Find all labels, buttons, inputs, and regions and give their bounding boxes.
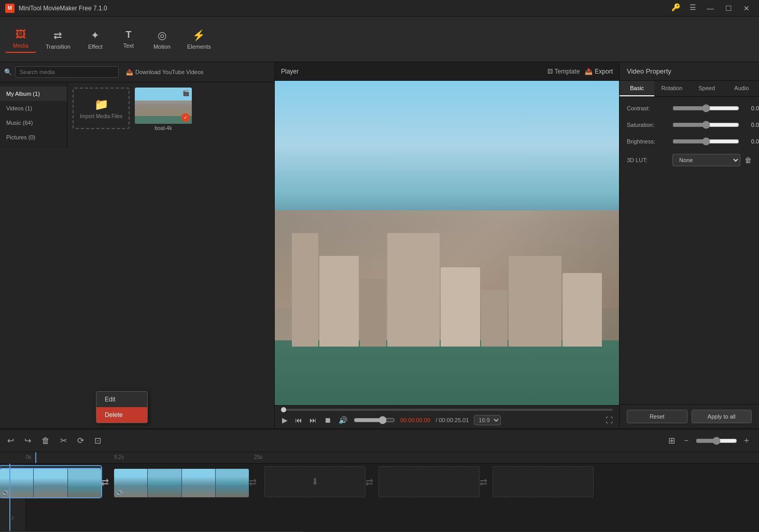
search-input[interactable] — [15, 66, 119, 78]
aspect-ratio-select[interactable]: 16:9 4:3 1:1 9:16 — [474, 415, 501, 425]
media-icon: 🖼 — [16, 28, 26, 40]
delete-timeline-button[interactable]: 🗑 — [39, 434, 52, 448]
titlebar-controls: 🔑 ☰ — ☐ ✕ — [668, 3, 754, 13]
saturation-row: Saturation: 0.0 — [627, 121, 752, 129]
album-item-videos[interactable]: Videos (1) — [0, 101, 67, 116]
template-button[interactable]: ⚄ Template — [547, 68, 580, 75]
player-controls: ▶ ⏮ ⏭ ⏹ 🔊 00:00:00.00 / 00:00:25.01 16:9… — [275, 405, 619, 428]
effect-icon: ✦ — [91, 29, 100, 41]
zoom-slider[interactable] — [696, 437, 737, 445]
prev-frame-button[interactable]: ⏮ — [294, 415, 303, 425]
menu-icon[interactable]: ☰ — [686, 3, 699, 13]
lut-select[interactable]: None — [672, 154, 740, 166]
context-menu-delete[interactable]: Delete — [96, 407, 147, 423]
transition-3[interactable]: ⇄ — [366, 477, 373, 488]
download-youtube-button[interactable]: 📥 Download YouTube Videos — [122, 67, 208, 78]
controls-row: ▶ ⏮ ⏭ ⏹ 🔊 00:00:00.00 / 00:00:25.01 16:9… — [281, 415, 613, 425]
fit-timeline-button[interactable]: ⊞ — [666, 434, 677, 448]
toolbar-text[interactable]: T Text — [113, 26, 144, 52]
buildings-silhouette — [292, 233, 602, 347]
brightness-slider[interactable] — [672, 137, 739, 146]
media-thumb-boat[interactable]: 🎬 ✓ boat-4k — [135, 88, 192, 131]
toolbar-motion[interactable]: ◎ Motion — [146, 26, 178, 53]
detach-audio-button[interactable]: ⟳ — [75, 434, 86, 448]
album-item-music[interactable]: Music (64) — [0, 116, 67, 130]
tab-rotation[interactable]: Rotation — [654, 81, 689, 96]
left-panel-header: 🔍 📥 Download YouTube Videos — [0, 62, 274, 82]
empty-slot-1[interactable]: ⬇ — [264, 466, 366, 497]
zoom-controls: ⊞ － ＋ — [666, 434, 754, 448]
settings-icon[interactable]: 🔑 — [668, 3, 683, 13]
zoom-in-button[interactable]: ＋ — [739, 434, 754, 447]
toolbar-transition[interactable]: ⇄ Transition — [38, 26, 78, 53]
saturation-slider[interactable] — [672, 121, 739, 129]
close-button[interactable]: ✕ — [739, 3, 754, 13]
timeline-playhead[interactable] — [35, 452, 36, 463]
contrast-slider[interactable] — [672, 104, 739, 112]
empty-slot-2[interactable] — [378, 466, 480, 497]
volume-button[interactable]: 🔊 — [338, 415, 348, 425]
export-label: Export — [595, 68, 613, 75]
toolbar-elements[interactable]: ⚡ Elements — [180, 26, 218, 53]
cut-button[interactable]: ✂ — [58, 434, 69, 448]
minimize-button[interactable]: — — [702, 3, 718, 13]
album-item-myalbum[interactable]: My Album (1) — [0, 87, 67, 101]
brightness-value: 0.0 — [743, 138, 759, 145]
crop-button[interactable]: ⊡ — [92, 434, 103, 448]
apply-all-button[interactable]: Apply to all — [692, 410, 752, 423]
time-current: 00:00:00.00 — [400, 417, 430, 423]
timeline-content: 0s 9.2s 25s + ⬜ ♪ — [0, 452, 759, 532]
download-yt-label: Download YouTube Videos — [135, 69, 204, 75]
search-icon: 🔍 — [4, 68, 12, 76]
media-label: Media — [13, 42, 29, 49]
text-icon: T — [125, 30, 131, 40]
undo-button[interactable]: ↩ — [5, 434, 16, 448]
progress-handle[interactable] — [281, 407, 286, 412]
play-button[interactable]: ▶ — [281, 415, 289, 425]
volume-slider[interactable] — [354, 416, 395, 424]
tracks-area: + ⬜ ♪ 🔊 — [0, 464, 759, 531]
transition-4[interactable]: ⇄ — [480, 477, 487, 488]
player-header: Player ⚄ Template 📤 Export — [275, 62, 619, 81]
ruler-mark-9: 9.2s — [114, 454, 124, 460]
reset-button[interactable]: Reset — [627, 410, 687, 423]
export-button[interactable]: 📤 Export — [585, 68, 613, 75]
tab-basic[interactable]: Basic — [620, 81, 654, 96]
album-list: My Album (1) Videos (1) Music (64) Pictu… — [0, 82, 67, 149]
left-panel: 🔍 📥 Download YouTube Videos My Album (1)… — [0, 62, 275, 428]
titlebar-left: M MiniTool MovieMaker Free 7.1.0 — [5, 4, 107, 13]
timeline: ↩ ↪ 🗑 ✂ ⟳ ⊡ ⊞ － ＋ 0s 9.2s 25s — [0, 428, 759, 532]
motion-label: Motion — [153, 44, 171, 50]
import-icon: 📁 — [94, 98, 108, 111]
transition-2[interactable]: ⇄ — [249, 477, 257, 488]
clip-audio-icon: 🔊 — [2, 490, 8, 496]
tab-speed[interactable]: Speed — [690, 81, 724, 96]
tab-audio[interactable]: Audio — [724, 81, 759, 96]
video-clip-2[interactable]: 🔊 — [114, 466, 249, 497]
fullscreen-button[interactable]: ⛶ — [606, 416, 613, 424]
video-clip-1[interactable]: 🔊 — [0, 466, 101, 497]
toolbar-effect[interactable]: ✦ Effect — [80, 26, 111, 53]
transition-label: Transition — [46, 44, 71, 50]
empty-slot-3[interactable] — [493, 466, 594, 497]
zoom-out-button[interactable]: － — [679, 434, 694, 447]
lut-delete-button[interactable]: 🗑 — [744, 156, 752, 164]
maximize-button[interactable]: ☐ — [721, 3, 736, 13]
redo-button[interactable]: ↪ — [22, 434, 33, 448]
text-label: Text — [123, 42, 134, 49]
track-content: 🔊 ⇄ 🔊 — [0, 464, 759, 531]
transition-1[interactable]: ⇄ — [101, 477, 109, 488]
brightness-row: Brightness: 0.0 — [627, 137, 752, 146]
context-menu-edit[interactable]: Edit — [96, 392, 147, 407]
right-panel: Video Property Basic Rotation Speed Audi… — [619, 62, 759, 428]
toolbar-media[interactable]: 🖼 Media — [5, 25, 36, 53]
toolbar: 🖼 Media ⇄ Transition ✦ Effect T Text ◎ M… — [0, 17, 759, 62]
progress-bar[interactable] — [281, 409, 613, 411]
import-media-box[interactable]: 📁 Import Media Files — [73, 88, 130, 129]
next-frame-button[interactable]: ⏭ — [308, 415, 318, 425]
time-total: / 00:00:25.01 — [435, 417, 469, 423]
media-thumb-label: boat-4k — [135, 125, 192, 131]
lut-row: 3D LUT: None 🗑 — [627, 154, 752, 166]
stop-button[interactable]: ⏹ — [323, 415, 332, 425]
album-item-pictures[interactable]: Pictures (0) — [0, 130, 67, 145]
